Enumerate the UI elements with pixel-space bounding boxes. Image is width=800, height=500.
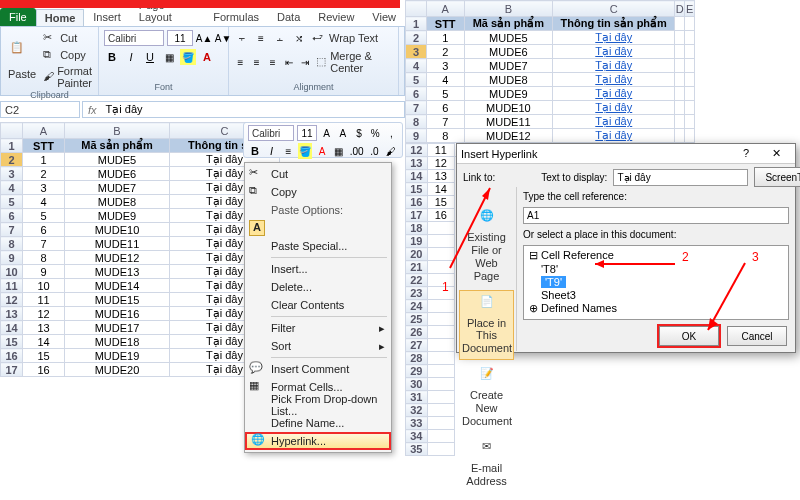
mini-comma[interactable]: , <box>385 125 398 141</box>
mini-shrink-font[interactable]: A <box>336 125 349 141</box>
cell[interactable]: MUDE9 <box>464 87 553 101</box>
cell[interactable] <box>685 87 695 101</box>
cell[interactable]: MUDE13 <box>65 265 170 279</box>
ctx-clear[interactable]: Clear Contents <box>245 296 391 314</box>
cell[interactable]: 2 <box>23 167 65 181</box>
cell[interactable]: MUDE8 <box>65 195 170 209</box>
cell[interactable] <box>685 73 695 87</box>
name-box[interactable] <box>0 101 80 118</box>
cell[interactable]: MUDE14 <box>65 279 170 293</box>
row-header[interactable]: 12 <box>406 144 428 157</box>
col-header-c[interactable]: C <box>553 1 675 17</box>
tree-sheet-t9[interactable]: 'T9' <box>541 276 566 288</box>
row-header[interactable]: 9 <box>406 129 427 143</box>
merge-center-button[interactable]: ⬚Merge & Center <box>314 49 393 75</box>
cell[interactable] <box>427 443 454 456</box>
row-header[interactable]: 26 <box>406 326 428 339</box>
row-header[interactable]: 6 <box>1 209 23 223</box>
cell[interactable] <box>427 287 454 300</box>
font-size-select[interactable] <box>167 30 193 46</box>
cell[interactable]: MUDE5 <box>464 31 553 45</box>
ctx-copy[interactable]: ⧉Copy <box>245 183 391 201</box>
cell[interactable]: 9 <box>23 265 65 279</box>
cell[interactable] <box>427 365 454 378</box>
mini-align[interactable]: ≡ <box>281 143 295 159</box>
cell[interactable]: 4 <box>23 195 65 209</box>
row-header[interactable]: 6 <box>406 87 427 101</box>
row-header[interactable]: 2 <box>1 153 23 167</box>
worksheet-left[interactable]: ABC 1STTMã sản phẩmThông tin sản 21MUDE5… <box>0 122 280 377</box>
ctx-pick-dropdown[interactable]: Pick From Drop-down List... <box>245 396 391 414</box>
cell[interactable] <box>675 17 685 31</box>
format-painter-button[interactable]: 🖌Format Painter <box>41 64 97 90</box>
row-header[interactable]: 5 <box>1 195 23 209</box>
row-header[interactable]: 16 <box>1 349 23 363</box>
cell-hyperlink[interactable]: Tại đây <box>553 87 675 101</box>
row-header[interactable]: 4 <box>406 59 427 73</box>
row-header[interactable]: 16 <box>406 196 428 209</box>
row-header[interactable]: 22 <box>406 274 428 287</box>
cell[interactable] <box>675 73 685 87</box>
row-header[interactable]: 1 <box>406 17 427 31</box>
row-header[interactable]: 11 <box>1 279 23 293</box>
cell[interactable]: MUDE9 <box>65 209 170 223</box>
tab-home[interactable]: Home <box>36 9 85 26</box>
worksheet-right[interactable]: ABCDE 1STTMã sản phẩmThông tin sản phẩm … <box>405 0 695 157</box>
wrap-text-button[interactable]: ⮐Wrap Text <box>310 30 380 46</box>
grow-font-button[interactable]: A▲ <box>196 30 212 46</box>
cell[interactable]: 16 <box>23 363 65 377</box>
cell[interactable]: 4 <box>426 73 464 87</box>
cell[interactable] <box>427 417 454 430</box>
row-header[interactable]: 17 <box>1 363 23 377</box>
cell[interactable] <box>675 101 685 115</box>
cell[interactable]: MUDE5 <box>65 153 170 167</box>
row-header[interactable]: 30 <box>406 378 428 391</box>
align-center-button[interactable]: ≡ <box>250 54 263 70</box>
row-header[interactable]: 12 <box>1 293 23 307</box>
border-button[interactable]: ▦ <box>161 49 177 65</box>
cell[interactable] <box>675 129 685 143</box>
mini-bold[interactable]: B <box>248 143 262 159</box>
cell[interactable]: 1 <box>426 31 464 45</box>
cell[interactable] <box>685 129 695 143</box>
cell[interactable]: MUDE10 <box>65 223 170 237</box>
side-create-new[interactable]: 📝Create New Document <box>459 362 514 433</box>
cell[interactable] <box>427 378 454 391</box>
decrease-indent-button[interactable]: ⇤ <box>282 54 295 70</box>
cell[interactable] <box>675 31 685 45</box>
cell[interactable] <box>685 45 695 59</box>
ctx-delete[interactable]: Delete... <box>245 278 391 296</box>
cell[interactable]: 11 <box>427 144 454 157</box>
ctx-insert[interactable]: Insert... <box>245 260 391 278</box>
row-header[interactable]: 28 <box>406 352 428 365</box>
mini-percent[interactable]: % <box>369 125 382 141</box>
screentip-button[interactable]: ScreenTip... <box>754 167 800 187</box>
ctx-paste-special[interactable]: Paste Special... <box>245 237 391 255</box>
cell[interactable]: 3 <box>426 59 464 73</box>
row-header[interactable]: 21 <box>406 261 428 274</box>
row-header[interactable]: 8 <box>1 237 23 251</box>
dialog-help-button[interactable]: ? <box>731 147 761 160</box>
row-header[interactable]: 32 <box>406 404 428 417</box>
select-all[interactable] <box>1 123 23 139</box>
cell[interactable]: 7 <box>23 237 65 251</box>
align-bottom-button[interactable]: ⫠ <box>272 30 288 46</box>
cell-hyperlink[interactable]: Tại đây <box>553 101 675 115</box>
cell[interactable]: MUDE11 <box>464 115 553 129</box>
mini-dec-inc[interactable]: .00 <box>349 143 365 159</box>
paste-button[interactable]: 📋 Paste <box>6 40 38 81</box>
font-color-button[interactable]: A <box>199 49 215 65</box>
align-top-button[interactable]: ⫟ <box>234 30 250 46</box>
select-all[interactable] <box>406 1 427 17</box>
row-header[interactable]: 15 <box>406 183 428 196</box>
mini-font-size[interactable] <box>297 125 317 141</box>
row-header[interactable]: 18 <box>406 222 428 235</box>
fill-color-button[interactable]: 🪣 <box>180 49 196 65</box>
align-right-button[interactable]: ≡ <box>266 54 279 70</box>
dialog-close-button[interactable]: ✕ <box>761 147 791 160</box>
row-header[interactable]: 24 <box>406 300 428 313</box>
cell[interactable]: Mã sản phẩm <box>65 139 170 153</box>
cell[interactable] <box>675 87 685 101</box>
cell[interactable]: MUDE20 <box>65 363 170 377</box>
cell[interactable] <box>427 430 454 443</box>
